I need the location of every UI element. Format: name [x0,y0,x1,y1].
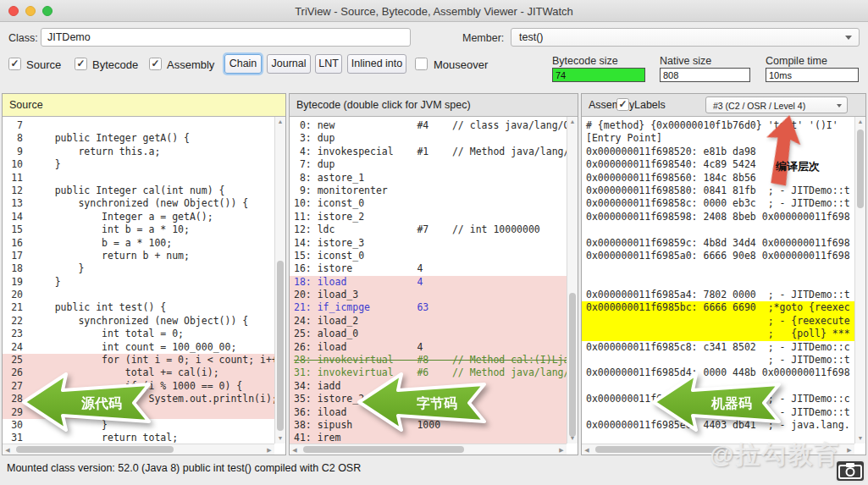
scroll-up-icon[interactable]: ▲ [275,118,285,126]
native-size-value: 808 [660,68,750,82]
code-line[interactable]: 0x000000011f69858c: 0000 eb3c ; - JITDem… [582,197,854,210]
mouseover-checkbox[interactable] [415,58,428,70]
scroll-down-icon[interactable]: ▼ [275,434,285,443]
code-line[interactable]: 14: istore_3 [290,237,567,250]
compilation-select-value: #3 (C2 / OSR / Level 4) [713,101,805,111]
bytecode-horizontal-scrollbar[interactable]: ◀ ▶ [290,444,567,455]
code-line[interactable]: 8 public Integer getA() { [3,132,274,145]
code-line[interactable]: 17 return b + num; [3,250,274,262]
source-horizontal-scrollbar[interactable]: ◀ ▶ [3,444,274,455]
code-line[interactable]: 25: aload_0 [290,328,567,340]
code-line[interactable]: 0x000000011f6985bc: 6666 6690 ;*goto {re… [582,301,854,314]
code-line[interactable]: 16 b = a * 100; [3,237,274,250]
scroll-right-icon[interactable]: ▶ [265,446,274,455]
compile-time-label: Compile time [766,55,827,67]
code-line[interactable]: 16: istore 4 [290,262,567,275]
code-line[interactable]: 19 } [3,276,274,289]
scroll-right-icon[interactable]: ▶ [557,446,566,455]
labels-checkbox[interactable]: ✓ [616,98,629,111]
scroll-left-icon[interactable]: ◀ [290,446,299,455]
scroll-down-icon[interactable]: ▼ [567,434,578,443]
member-select-value: test() [519,31,543,43]
member-select[interactable]: test() [511,28,860,47]
scroll-up-icon[interactable]: ▲ [567,118,578,126]
mouseover-checkbox-label: Mouseover [434,58,488,71]
member-label: Member: [462,32,504,44]
code-line[interactable]: ; - JITDemo::t [582,354,854,367]
assembly-checkbox-label: Assembly [167,58,214,71]
code-line[interactable]: 24 int count = 100_000_00; [3,341,274,354]
code-line[interactable]: 8: astore_1 [290,172,567,185]
scrollbar-thumb[interactable] [569,293,576,437]
code-line[interactable]: 20 [3,289,274,301]
code-line[interactable]: 23 int total = 0; [3,328,274,340]
watermark: @拉勾教育 [710,438,840,472]
scroll-down-icon[interactable]: ▼ [855,434,865,443]
source-vertical-scrollbar[interactable]: ▲ ▼ [274,117,285,444]
assembly-vertical-scrollbar[interactable]: ▲ ▼ [854,117,865,444]
scrollbar-thumb[interactable] [277,261,284,431]
code-line[interactable]: 20: iload_3 [290,289,567,301]
code-line[interactable]: 10: iconst_0 [290,197,567,210]
chevron-down-icon [845,36,852,40]
bytecode-checkbox-label: Bytecode [92,58,138,71]
scroll-up-icon[interactable]: ▲ [855,118,865,126]
code-line[interactable]: 22 synchronized (new Object()) { [3,315,274,328]
code-line[interactable]: ; - {reexecute [582,315,854,328]
code-line[interactable]: 18 } [3,262,274,275]
code-line[interactable]: 21: if_icmpge 63 [290,301,567,314]
code-line[interactable]: 0: new #4 // class java/lang/O [290,119,567,132]
code-line[interactable]: 0x000000011f698598: 2408 8beb 0x00000001… [582,211,854,223]
source-annotation-arrow-icon: 源代码 [19,369,154,435]
scroll-left-icon[interactable]: ◀ [3,446,12,455]
inlined-into-button[interactable]: Inlined into [347,54,406,74]
code-line[interactable]: 12: ldc #7 // int 10000000 [290,223,567,236]
code-line[interactable]: 0x000000011f6985a0: 6666 90e8 0x00000001… [582,250,854,262]
scroll-right-icon[interactable]: ▶ [845,446,854,455]
code-line[interactable] [582,276,854,289]
code-line[interactable]: 14 Integer a = getA(); [3,211,274,223]
code-line[interactable]: 25 for (int i = 0; i < count; i++) { [3,354,274,367]
code-line[interactable]: 12 public Integer cal(int num) { [3,185,274,197]
code-line[interactable]: 21 public int test() { [3,301,274,314]
code-line[interactable]: 24: iload_2 [290,315,567,328]
code-line[interactable]: 28: invokevirtual #8 // Method cal:(I)Lj… [290,354,567,367]
scroll-left-icon[interactable]: ◀ [583,446,591,455]
bytecode-checkbox[interactable]: ✓ [75,58,87,70]
code-line[interactable]: 0x000000011f698520: e81b da98 [582,146,854,158]
code-line[interactable]: 9 return this.a; [3,146,274,158]
journal-button[interactable]: Journal [267,54,311,74]
code-line[interactable]: 10 } [3,158,274,171]
code-line[interactable]: 0x000000011f698580: 0841 81fb ; - JITDem… [582,185,854,197]
source-checkbox-label: Source [26,58,61,71]
scrollbar-thumb[interactable] [16,446,174,453]
code-line[interactable]: 7: dup [290,158,567,171]
code-line[interactable]: 15 int b = a * 10; [3,223,274,236]
code-line[interactable]: 0x000000011f6985a4: 7802 0000 ; - JITDem… [582,289,854,301]
code-line[interactable]: 26: iload 4 [290,341,567,354]
code-line[interactable]: 9: monitorenter [290,185,567,197]
source-checkbox[interactable]: ✓ [8,58,21,70]
code-line[interactable]: 18: iload 4 [290,276,567,289]
code-line[interactable]: 0x000000011f69859c: 4b8d 34d4 0x00000001… [582,237,854,250]
code-line[interactable]: 15: iconst_0 [290,250,567,262]
chain-button[interactable]: Chain [224,54,262,74]
scrollbar-thumb[interactable] [303,446,464,453]
scrollbar-thumb[interactable] [595,446,727,453]
code-line[interactable]: 11: istore_2 [290,211,567,223]
code-line[interactable] [582,223,854,236]
code-line[interactable]: 13 synchronized (new Object()) { [3,197,274,210]
code-line[interactable]: 4: invokespecial #1 // Method java/lang/ [290,146,567,158]
lnt-button[interactable]: LNT [315,54,342,74]
bytecode-vertical-scrollbar[interactable]: ▲ ▼ [567,117,578,444]
code-line[interactable]: 3: dup [290,132,567,145]
code-line[interactable]: 7 [3,119,274,132]
code-line[interactable] [582,262,854,275]
assembly-checkbox[interactable]: ✓ [149,58,162,70]
class-input[interactable]: JITDemo [41,28,411,47]
code-line[interactable]: ; {poll} *** [582,328,854,340]
scrollbar-thumb[interactable] [857,130,864,208]
code-line[interactable]: 11 [3,172,274,185]
code-line[interactable]: 0x000000011f6985c8: c341 8502 ; - JITDem… [582,341,854,354]
labels-checkbox-label: Labels [634,99,666,111]
